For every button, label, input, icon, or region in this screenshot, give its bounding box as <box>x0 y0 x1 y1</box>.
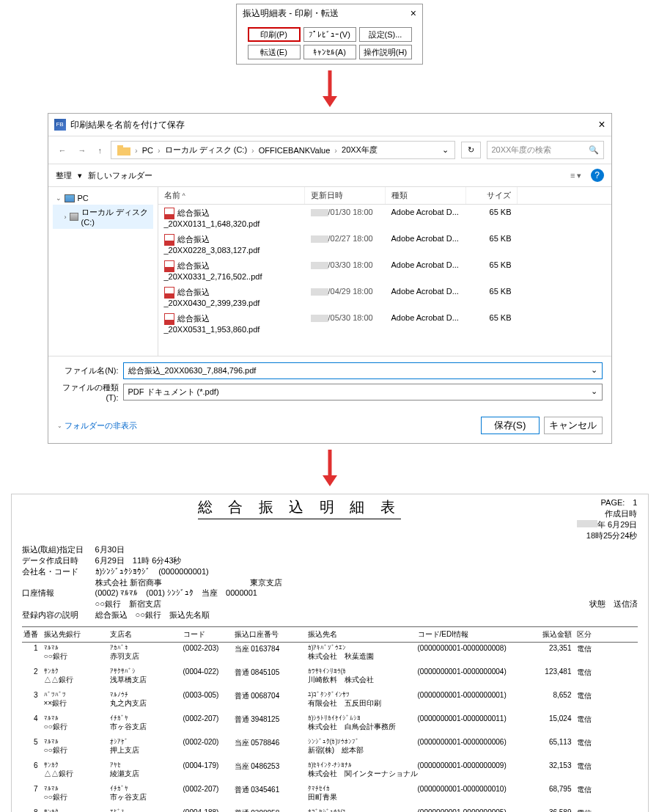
new-folder-button[interactable]: 新しいフォルダー <box>88 170 152 181</box>
tree-item-drive[interactable]: ›ローカル ディスク (C:) <box>53 205 153 229</box>
report-row: 8 ｻﾝｶｸ△△銀行 ｴﾋﾞｽ恵比寿支店 (0004-188) 普通 03080… <box>22 807 638 812</box>
arrow-down-icon <box>321 450 339 486</box>
breadcrumb[interactable]: › PC› ローカル ディスク (C:)› OFFICEBANKValue› 2… <box>111 141 455 159</box>
pc-icon <box>65 194 75 202</box>
close-icon[interactable]: × <box>598 118 605 131</box>
pdf-icon <box>164 208 174 219</box>
search-icon: 🔍 <box>589 145 599 155</box>
filename-input[interactable]: 総合振込_20XX0630_7,884,796.pdf⌄ <box>123 362 603 379</box>
breadcrumb-item[interactable]: OFFICEBANKValue <box>259 146 331 155</box>
filetype-label: ファイルの種類(T): <box>57 382 123 402</box>
dialog-title: 振込明細表 - 印刷・転送 <box>243 7 339 20</box>
file-row[interactable]: 総合振込_20XX0331_2,716,502..pdf /03/30 18:0… <box>158 257 611 284</box>
file-row[interactable]: 総合振込_20XX0430_2,399,239.pdf /04/29 18:00… <box>158 284 611 310</box>
report-row: 6 ｻﾝｶｸ△△銀行 ｱﾔｾ綾瀬支店 (0004-179) 当座 0486253… <box>22 760 638 783</box>
save-file-dialog: FB 印刷結果を名前を付けて保存 × ← → ↑ › PC› ローカル ディスク… <box>48 113 612 444</box>
hide-folders-link[interactable]: フォルダーの非表示 <box>65 420 137 431</box>
print-dialog: 振込明細表 - 印刷・転送 × 印刷(P) ﾌﾟﾚﾋﾞｭｰ(V) 設定(S)..… <box>236 4 423 65</box>
search-input[interactable]: 20XX年度の検索 🔍 <box>487 141 604 159</box>
breadcrumb-item[interactable]: 20XX年度 <box>342 145 378 156</box>
report-document: 総 合 振 込 明 細 表 PAGE: 1 作成日時 年 6月29日 18時25… <box>11 494 649 812</box>
file-row[interactable]: 総合振込_20XX0228_3,083,127.pdf /02/27 18:00… <box>158 231 611 257</box>
report-row: 3 ﾊﾞﾂﾊﾞﾂ××銀行 ﾏﾙﾉｳﾁ丸之内支店 (0003-005) 普通 00… <box>22 690 638 713</box>
cancel-button[interactable]: ｷｬﾝｾﾙ(A) <box>303 45 356 59</box>
close-icon[interactable]: × <box>411 7 416 20</box>
cancel-button[interactable]: キャンセル <box>544 417 603 434</box>
pdf-icon <box>164 234 174 246</box>
file-row[interactable]: 総合振込_20XX0531_1,953,860.pdf /05/30 18:00… <box>158 310 611 337</box>
report-row: 1 ﾏﾙﾏﾙ○○銀行 ｱｶﾊﾞﾈ赤羽支店 (0002-203) 当座 01637… <box>22 643 638 666</box>
report-row: 2 ｻﾝｶｸ△△銀行 ｱｻｸｻﾊﾞｼ浅草橋支店 (0004-022) 普通 08… <box>22 666 638 690</box>
folder-icon <box>117 145 130 156</box>
filetype-select[interactable]: PDF ドキュメント (*.pdf)⌄ <box>123 384 603 400</box>
svg-rect-3 <box>117 145 123 149</box>
nav-back-icon[interactable]: ← <box>56 145 70 156</box>
pdf-icon <box>164 313 174 325</box>
drive-icon <box>70 213 78 221</box>
col-date[interactable]: 更新日時 <box>305 187 386 204</box>
filename-label: ファイル名(N): <box>57 365 123 376</box>
help-icon[interactable]: ? <box>591 169 604 182</box>
preview-button[interactable]: ﾌﾟﾚﾋﾞｭｰ(V) <box>303 27 356 42</box>
help-button[interactable]: 操作説明(H) <box>359 45 412 59</box>
pdf-icon <box>164 287 174 299</box>
nav-forward-icon[interactable]: → <box>76 145 89 156</box>
arrow-down-icon <box>321 70 339 107</box>
chevron-down-icon[interactable]: ⌄ <box>591 365 597 376</box>
forward-button[interactable]: 転送(E) <box>248 45 301 59</box>
chevron-down-icon[interactable]: ⌄ <box>591 387 597 398</box>
chevron-down-icon: ⌄ <box>57 423 62 429</box>
refresh-icon[interactable]: ↻ <box>461 142 481 158</box>
save-dialog-title: 印刷結果を名前を付けて保存 <box>70 119 185 131</box>
search-placeholder: 20XX年度の検索 <box>492 145 552 156</box>
nav-up-icon[interactable]: ↑ <box>95 145 106 156</box>
file-list: 名前 ^ 更新日時 種類 サイズ 総合振込_20XX0131_1,648,320… <box>158 187 611 356</box>
chevron-down-icon[interactable]: ⌄ <box>442 145 449 155</box>
col-type[interactable]: 種類 <box>386 187 466 204</box>
report-row: 5 ﾏﾙﾏﾙ○○銀行 ｵｼｱｹﾞ押上支店 (0002-020) 当座 05788… <box>22 736 638 760</box>
folder-tree: ⌄PC ›ローカル ディスク (C:) <box>48 187 158 356</box>
breadcrumb-item[interactable]: PC <box>142 146 153 155</box>
col-name[interactable]: 名前 ^ <box>158 187 305 204</box>
view-menu[interactable]: ≡ ▾ <box>570 171 581 180</box>
app-icon: FB <box>54 119 66 131</box>
settings-button[interactable]: 設定(S)... <box>359 27 412 42</box>
file-row[interactable]: 総合振込_20XX0131_1,648,320.pdf /01/30 18:00… <box>158 205 611 231</box>
report-row: 4 ﾏﾙﾏﾙ○○銀行 ｲﾁｶﾞﾔ市ヶ谷支店 (0002-207) 普通 3948… <box>22 713 638 736</box>
report-row: 7 ﾏﾙﾏﾙ○○銀行 ｲﾁｶﾞﾔ市ヶ谷支店 (0002-207) 普通 0345… <box>22 783 638 807</box>
col-size[interactable]: サイズ <box>466 187 518 204</box>
print-button[interactable]: 印刷(P) <box>248 27 301 42</box>
svg-marker-1 <box>323 96 337 107</box>
save-button[interactable]: 保存(S) <box>481 417 540 434</box>
organize-menu[interactable]: 整理 <box>56 170 72 181</box>
breadcrumb-item[interactable]: ローカル ディスク (C:) <box>165 145 247 156</box>
tree-item-pc[interactable]: ⌄PC <box>53 191 153 205</box>
svg-marker-5 <box>323 475 337 486</box>
pdf-icon <box>164 260 174 272</box>
report-title: 総 合 振 込 明 細 表 <box>198 497 401 519</box>
sort-asc-icon: ^ <box>183 192 185 200</box>
